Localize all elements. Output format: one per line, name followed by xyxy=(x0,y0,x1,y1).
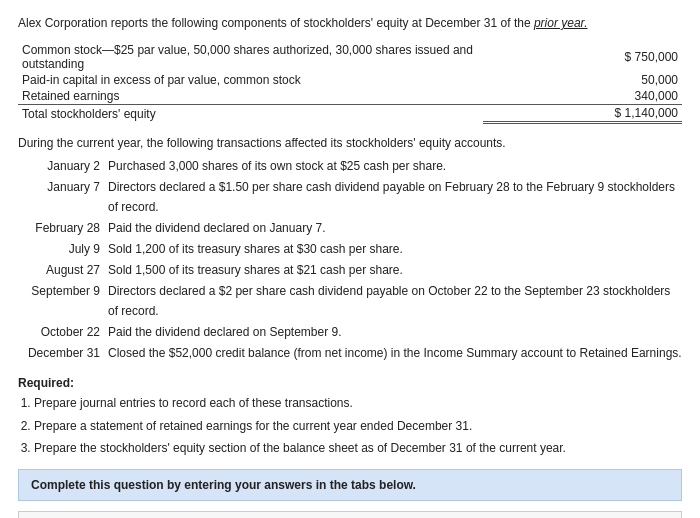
transaction-date: August 27 xyxy=(18,261,108,280)
transaction-desc: Closed the $52,000 credit balance (from … xyxy=(108,344,682,363)
prior-year-italic: prior year. xyxy=(534,16,588,30)
equity-amount: 340,000 xyxy=(483,88,682,105)
transaction-date: February 28 xyxy=(18,219,108,238)
transaction-row: February 28 Paid the dividend declared o… xyxy=(18,219,682,238)
equity-label: Retained earnings xyxy=(18,88,483,105)
transaction-date: December 31 xyxy=(18,344,108,363)
equity-row: Paid-in capital in excess of par value, … xyxy=(18,72,682,88)
equity-total-label: Total stockholders' equity xyxy=(18,105,483,123)
transaction-row: January 7 Directors declared a $1.50 per… xyxy=(18,178,682,216)
transaction-date: January 7 xyxy=(18,178,108,216)
equity-row: Retained earnings 340,000 xyxy=(18,88,682,105)
transaction-row: October 22 Paid the dividend declared on… xyxy=(18,323,682,342)
transactions-intro: During the current year, the following t… xyxy=(18,134,682,153)
required-item: Prepare journal entries to record each o… xyxy=(34,393,682,413)
transaction-date: October 22 xyxy=(18,323,108,342)
complete-question-box: Complete this question by entering your … xyxy=(18,469,682,501)
transaction-row: January 2 Purchased 3,000 shares of its … xyxy=(18,157,682,176)
equity-label: Paid-in capital in excess of par value, … xyxy=(18,72,483,88)
transaction-desc: Paid the dividend declared on September … xyxy=(108,323,682,342)
required-item: Prepare a statement of retained earnings… xyxy=(34,416,682,436)
transaction-row: August 27 Sold 1,500 of its treasury sha… xyxy=(18,261,682,280)
required-section: Required: Prepare journal entries to rec… xyxy=(18,373,682,459)
transaction-desc: Directors declared a $1.50 per share cas… xyxy=(108,178,682,216)
transaction-desc: Paid the dividend declared on January 7. xyxy=(108,219,682,238)
transaction-row: July 9 Sold 1,200 of its treasury shares… xyxy=(18,240,682,259)
transaction-date: September 9 xyxy=(18,282,108,320)
intro-paragraph: Alex Corporation reports the following c… xyxy=(18,14,682,32)
equity-amount: 50,000 xyxy=(483,72,682,88)
equity-table: Common stock—$25 par value, 50,000 share… xyxy=(18,42,682,124)
transaction-desc: Directors declared a $2 per share cash d… xyxy=(108,282,682,320)
transaction-desc: Sold 1,200 of its treasury shares at $30… xyxy=(108,240,682,259)
equity-row: Common stock—$25 par value, 50,000 share… xyxy=(18,42,682,72)
transaction-row: September 9 Directors declared a $2 per … xyxy=(18,282,682,320)
transaction-date: January 2 xyxy=(18,157,108,176)
transaction-desc: Purchased 3,000 shares of its own stock … xyxy=(108,157,682,176)
equity-amount: $ 750,000 xyxy=(483,42,682,72)
transaction-row: December 31 Closed the $52,000 credit ba… xyxy=(18,344,682,363)
equity-total-amount: $ 1,140,000 xyxy=(483,105,682,123)
required-item: Prepare the stockholders' equity section… xyxy=(34,438,682,458)
transaction-desc: Sold 1,500 of its treasury shares at $21… xyxy=(108,261,682,280)
equity-label: Common stock—$25 par value, 50,000 share… xyxy=(18,42,483,72)
tabs-container: Required 1Required 2Required 3 Prepare j… xyxy=(18,511,682,518)
required-title: Required: xyxy=(18,376,74,390)
transaction-date: July 9 xyxy=(18,240,108,259)
transactions-section: During the current year, the following t… xyxy=(18,134,682,363)
